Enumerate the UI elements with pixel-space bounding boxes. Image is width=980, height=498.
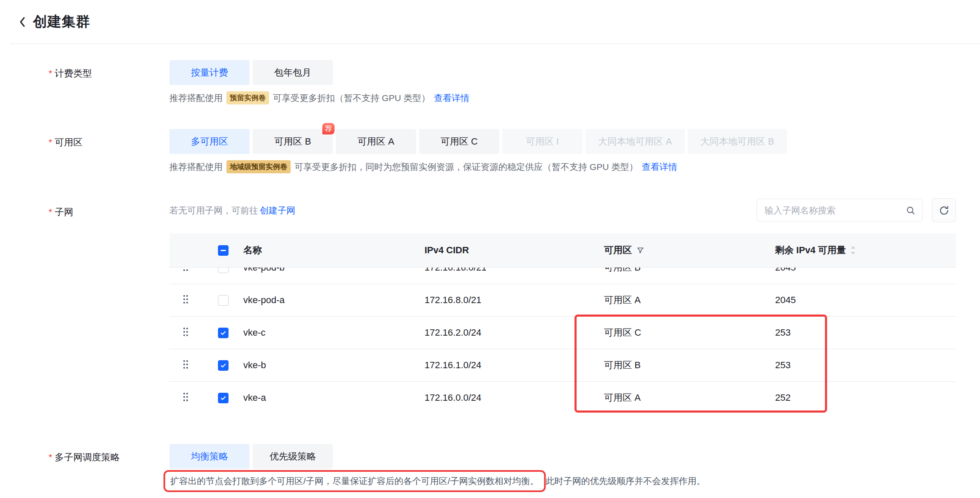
segmented-option-label: 优先级策略 xyxy=(270,450,316,463)
zone-options: 多可用区 可用区 B 荐 可用区 A 可用区 C 可用区 I 大同本地可用区 A… xyxy=(169,129,980,154)
row-checkbox[interactable] xyxy=(218,393,229,403)
cell-available: 2045 xyxy=(775,295,956,306)
create-subnet-link[interactable]: 创建子网 xyxy=(260,205,295,216)
segmented-option-label: 可用区 C xyxy=(441,135,478,148)
strategy-label: *多子网调度策略 xyxy=(49,444,169,492)
billing-type-options: 按量计费 包年包月 xyxy=(169,60,980,85)
segmented-option-label: 均衡策略 xyxy=(191,450,228,463)
zone-hint-prefix: 推荐搭配使用 xyxy=(169,161,223,173)
subnet-label: *子网 xyxy=(49,199,169,412)
filter-icon[interactable] xyxy=(636,246,645,254)
cell-zone: 可用区 B xyxy=(604,359,775,372)
drag-handle-icon[interactable] xyxy=(183,328,189,338)
column-header-zone: 可用区 xyxy=(604,244,775,257)
cell-cidr: 172.16.8.0/21 xyxy=(425,295,604,306)
strategy-hint-rest: 此时子网的优先级顺序并不会发挥作用。 xyxy=(546,475,705,487)
subnet-search-input[interactable] xyxy=(764,205,906,216)
strategy-hint-highlighted: 扩容出的节点会打散到多个可用区/子网，尽量保证扩容后的各个可用区/子网实例数相对… xyxy=(170,476,539,486)
segmented-option-label: 可用区 B xyxy=(275,135,311,148)
cell-zone: 可用区 B xyxy=(604,268,775,274)
cell-zone: 可用区 A xyxy=(604,391,775,404)
refresh-button[interactable] xyxy=(932,198,956,222)
zone-option-7[interactable]: 大同本地可用区 B xyxy=(688,129,787,154)
billing-hint: 推荐搭配使用 预留实例卷 可享受更多折扣（暂不支持 GPU 类型） 查看详情 xyxy=(169,91,980,104)
billing-type-label: *计费类型 xyxy=(49,60,169,104)
create-cluster-form: *计费类型 按量计费 包年包月 推荐搭配使用 预留实例卷 可享受更多折扣（暂不支… xyxy=(0,60,980,492)
annotation-box-hint: 扩容出的节点会打散到多个可用区/子网，尽量保证扩容后的各个可用区/子网实例数相对… xyxy=(163,470,546,492)
reserved-instance-badge: 预留实例卷 xyxy=(226,91,269,104)
subnet-table-body[interactable]: vke-pod-b 172.16.16.0/21 可用区 B 2045 vke-… xyxy=(169,268,956,412)
required-asterisk: * xyxy=(49,452,52,462)
billing-type-option-1[interactable]: 按量计费 xyxy=(169,60,250,85)
billing-hint-text: 可享受更多折扣（暂不支持 GPU 类型） xyxy=(273,92,430,104)
table-row: vke-b 172.16.1.0/24 可用区 B 253 xyxy=(169,349,956,382)
subnet-hint-prefix: 若无可用子网，可前往 xyxy=(169,205,258,216)
create-cluster-page: 创建集群 *计费类型 按量计费 包年包月 推荐搭配使用 预留实例卷 可享受更多折… xyxy=(0,0,980,498)
zone-option-6[interactable]: 大同本地可用区 A xyxy=(585,129,685,154)
zone-option-4[interactable]: 可用区 C xyxy=(419,129,499,154)
row-checkbox[interactable] xyxy=(218,360,229,371)
table-row: vke-c 172.16.2.0/24 可用区 C 253 xyxy=(169,317,956,349)
segmented-option-label: 多可用区 xyxy=(191,135,228,148)
drag-handle-icon[interactable] xyxy=(183,295,189,305)
billing-type-option-2[interactable]: 包年包月 xyxy=(253,60,333,85)
cell-name: vke-c xyxy=(243,327,425,338)
drag-handle-icon[interactable] xyxy=(183,268,189,273)
row-checkbox[interactable] xyxy=(218,295,229,306)
cell-cidr: 172.16.2.0/24 xyxy=(425,327,604,338)
drag-handle-icon[interactable] xyxy=(183,360,189,370)
required-asterisk: * xyxy=(49,207,52,217)
row-checkbox[interactable] xyxy=(218,268,229,273)
indeterminate-dash-icon xyxy=(220,250,226,251)
column-header-name: 名称 xyxy=(243,244,425,257)
zone-hint-text: 可享受更多折扣，同时为您预留实例资源，保证资源的稳定供应（暂不支持 GPU 类型… xyxy=(294,161,638,173)
refresh-icon xyxy=(939,205,950,216)
back-button[interactable] xyxy=(16,14,29,30)
segmented-option-label: 按量计费 xyxy=(191,66,228,79)
subnet-hint: 若无可用子网，可前往 创建子网 xyxy=(169,205,295,216)
cell-zone: 可用区 C xyxy=(604,326,775,339)
zone-row: *可用区 多可用区 可用区 B 荐 可用区 A 可用区 C 可用区 I 大同本地… xyxy=(49,129,980,173)
drag-handle-icon[interactable] xyxy=(183,393,189,403)
cell-cidr: 172.16.1.0/24 xyxy=(425,360,604,371)
checkmark-icon xyxy=(220,330,226,336)
regional-reserved-instance-badge: 地域级预留实例卷 xyxy=(226,160,291,173)
zone-option-5[interactable]: 可用区 I xyxy=(502,129,583,154)
subnet-row: *子网 若无可用子网，可前往 创建子网 xyxy=(49,199,980,412)
cell-available: 2045 xyxy=(775,268,956,273)
cell-name: vke-a xyxy=(243,392,425,403)
cell-zone: 可用区 A xyxy=(604,294,775,306)
checkmark-icon xyxy=(220,362,226,369)
cell-available: 253 xyxy=(775,327,956,338)
subnet-search-box[interactable] xyxy=(757,199,923,222)
cell-cidr: 172.16.0.0/24 xyxy=(425,392,604,403)
zone-option-1[interactable]: 多可用区 xyxy=(169,129,250,154)
zone-option-3[interactable]: 可用区 A xyxy=(336,129,416,154)
cell-name: vke-pod-b xyxy=(243,268,425,273)
segmented-option-label: 大同本地可用区 A xyxy=(598,135,672,148)
segmented-option-label: 包年包月 xyxy=(274,66,311,79)
zone-option-2[interactable]: 可用区 B 荐 xyxy=(253,129,333,154)
cell-available: 252 xyxy=(775,392,956,403)
row-checkbox[interactable] xyxy=(218,328,229,338)
billing-type-row: *计费类型 按量计费 包年包月 推荐搭配使用 预留实例卷 可享受更多折扣（暂不支… xyxy=(49,60,980,104)
select-all-checkbox[interactable] xyxy=(218,245,229,256)
strategy-row: *多子网调度策略 均衡策略 优先级策略 扩容出的节点会打散到多个可用区/子网，尽… xyxy=(49,444,980,492)
table-row: vke-a 172.16.0.0/24 可用区 A 252 xyxy=(169,382,956,412)
segmented-option-label: 可用区 A xyxy=(358,135,395,148)
zone-view-details-link[interactable]: 查看详情 xyxy=(642,161,677,173)
sort-icon[interactable] xyxy=(850,245,856,256)
column-header-cidr: IPv4 CIDR xyxy=(425,245,604,256)
strategy-option-1[interactable]: 均衡策略 xyxy=(169,444,250,469)
zone-label: *可用区 xyxy=(49,129,169,173)
subnet-toolbar: 若无可用子网，可前往 创建子网 xyxy=(169,199,956,222)
checkmark-icon xyxy=(220,395,226,401)
strategy-hint: 扩容出的节点会打散到多个可用区/子网，尽量保证扩容后的各个可用区/子网实例数相对… xyxy=(169,470,980,492)
strategy-option-2[interactable]: 优先级策略 xyxy=(253,444,333,469)
strategy-options: 均衡策略 优先级策略 xyxy=(169,444,980,469)
search-icon xyxy=(906,206,915,215)
back-chevron-icon xyxy=(19,15,26,29)
segmented-option-label: 可用区 I xyxy=(526,135,559,148)
recommend-badge: 荐 xyxy=(322,123,335,134)
billing-view-details-link[interactable]: 查看详情 xyxy=(434,92,469,104)
